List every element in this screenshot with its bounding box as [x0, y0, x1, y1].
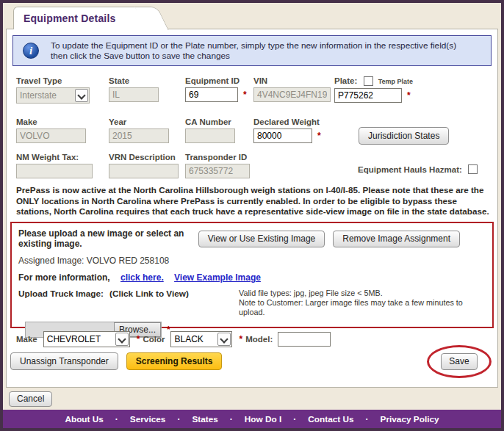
form-row-2: Make Year CA Number Declared Weight *: [16, 117, 490, 145]
footer-separator: ·: [293, 414, 296, 424]
nm-weight-tax-label: NM Weight Tax:: [16, 153, 109, 162]
state-label: State: [109, 76, 185, 85]
upload-instruction: Please upload a new image or select an e…: [18, 228, 190, 249]
plate-label: Plate: Temp Plate: [334, 76, 444, 86]
vin-group: VIN: [253, 76, 334, 102]
vin-field: [253, 87, 331, 102]
vrn-description-group: VRN Description: [109, 153, 185, 178]
footer-nav: About Us · Services · States · How Do I …: [3, 410, 501, 428]
ca-number-group: CA Number: [185, 117, 253, 143]
travel-type-label: Travel Type: [16, 76, 109, 85]
info-icon: i: [23, 43, 39, 59]
equipment-id-group: Equipment ID *: [185, 76, 253, 102]
save-button[interactable]: Save: [441, 353, 478, 370]
travel-type-group: Travel Type Interstate: [16, 76, 109, 104]
hazmat-label: Equipment Hauls Hazmat:: [358, 165, 462, 174]
declared-weight-field[interactable]: [253, 128, 312, 143]
equipment-details-panel: i To update the Equipment ID or the Plat…: [6, 29, 498, 388]
plate-label-text: Plate:: [334, 76, 357, 85]
tow-model-label: Model:: [245, 335, 273, 344]
travel-type-value: Interstate: [17, 90, 74, 101]
required-marker: *: [243, 90, 247, 100]
make-label: Make: [16, 117, 109, 126]
travel-type-select: Interstate: [16, 87, 90, 104]
temp-plate-checkbox[interactable]: [364, 76, 373, 86]
footer-link-about-us[interactable]: About Us: [65, 414, 103, 424]
jurisdiction-states-button[interactable]: Jurisdiction States: [359, 127, 449, 145]
tow-color-select[interactable]: BLACK: [170, 331, 232, 347]
tow-color-label: Color: [143, 335, 165, 344]
upload-image-section: Please upload a new image or select an e…: [10, 222, 494, 328]
year-field: [109, 128, 169, 143]
upload-truck-image-label: Upload Truck Image:: [18, 289, 104, 317]
unassign-transponder-button[interactable]: Unassign Transponder: [10, 352, 118, 370]
required-marker: *: [317, 131, 321, 141]
year-group: Year: [109, 117, 185, 143]
vrn-description-label: VRN Description: [109, 153, 185, 162]
ca-number-field: [185, 128, 235, 143]
save-button-wrap: Save: [441, 353, 478, 370]
form-row-1: Travel Type Interstate State Equipment I…: [16, 76, 490, 104]
make-group: Make: [16, 117, 109, 143]
more-info-label: For more information,: [18, 272, 110, 283]
chevron-down-icon: [217, 333, 231, 346]
nm-weight-tax-group: NM Weight Tax:: [16, 153, 109, 178]
required-marker: *: [137, 334, 140, 344]
plate-field[interactable]: [334, 88, 402, 103]
screening-results-button[interactable]: Screening Results: [126, 352, 223, 370]
equipment-id-label: Equipment ID: [185, 76, 253, 85]
cancel-button[interactable]: Cancel: [9, 391, 52, 407]
tow-make-select[interactable]: CHEVROLET: [43, 331, 130, 347]
transponder-id-field: [185, 164, 250, 178]
click-here-link[interactable]: click here.: [120, 272, 164, 283]
tow-make-value: CHEVROLET: [44, 334, 115, 344]
more-info-row: For more information, click here. View E…: [18, 272, 485, 283]
view-example-image-link[interactable]: View Example Image: [174, 272, 261, 283]
footer-link-states[interactable]: States: [192, 414, 217, 424]
info-banner: i To update the Equipment ID or the Plat…: [12, 35, 492, 66]
upload-notes: Valid file types: jpg, jpeg File size < …: [239, 289, 485, 317]
chevron-down-icon: [115, 333, 129, 346]
transponder-id-label: Transponder ID: [185, 153, 253, 162]
tow-model-field[interactable]: [278, 332, 331, 347]
footer-link-how-do-i[interactable]: How Do I: [245, 414, 281, 424]
footer-separator: ·: [366, 414, 369, 424]
tow-make-label: Make: [16, 335, 37, 344]
hazmat-checkbox[interactable]: [468, 164, 478, 174]
view-existing-image-button[interactable]: View or Use Existing Image: [198, 231, 325, 247]
state-group: State: [109, 76, 185, 102]
upload-instruction-row: Please upload a new image or select an e…: [18, 228, 485, 249]
footer-link-contact-us[interactable]: Contact Us: [308, 414, 353, 424]
footer-separator: ·: [177, 414, 180, 424]
customer-note: Note to Customer: Larger image files may…: [239, 298, 463, 316]
equipment-details-page: Equipment Details i To update the Equipm…: [0, 0, 504, 431]
footer-separator: ·: [115, 414, 118, 424]
footer-link-privacy-policy[interactable]: Privacy Policy: [381, 414, 439, 424]
valid-types-note: Valid file types: jpg, jpeg File size < …: [239, 289, 383, 297]
chevron-down-icon: [75, 89, 88, 102]
nm-weight-tax-field: [16, 164, 93, 178]
plate-group: Plate: Temp Plate *: [334, 76, 444, 103]
equipment-form: Travel Type Interstate State Equipment I…: [16, 76, 490, 178]
footer-link-services[interactable]: Services: [130, 414, 166, 424]
transponder-id-group: Transponder ID: [185, 153, 253, 178]
equipment-id-field[interactable]: [185, 87, 238, 102]
required-marker: *: [239, 334, 242, 344]
declared-weight-label: Declared Weight: [253, 117, 334, 126]
vrn-description-field: [109, 164, 179, 178]
ca-number-label: CA Number: [185, 117, 253, 126]
upload-truck-image-row: Upload Truck Image: (Click Link to View)…: [18, 289, 485, 317]
make-field: [16, 128, 86, 143]
info-banner-text: To update the Equipment ID or the Plate …: [51, 40, 473, 61]
form-row-3: NM Weight Tax: VRN Description Transpond…: [16, 153, 490, 178]
footer-separator: ·: [230, 414, 233, 424]
cancel-row: Cancel: [9, 391, 52, 407]
required-marker: *: [407, 90, 411, 101]
remove-image-assignment-button[interactable]: Remove Image Assignment: [333, 231, 460, 247]
tow-vehicle-row: Make CHEVROLET * Color BLACK * Model:: [16, 331, 331, 347]
page-title: Equipment Details: [14, 7, 148, 24]
year-label: Year: [109, 117, 185, 126]
tab-equipment-details[interactable]: Equipment Details: [13, 7, 149, 29]
declared-weight-group: Declared Weight *: [253, 117, 334, 143]
state-field: [109, 87, 159, 102]
